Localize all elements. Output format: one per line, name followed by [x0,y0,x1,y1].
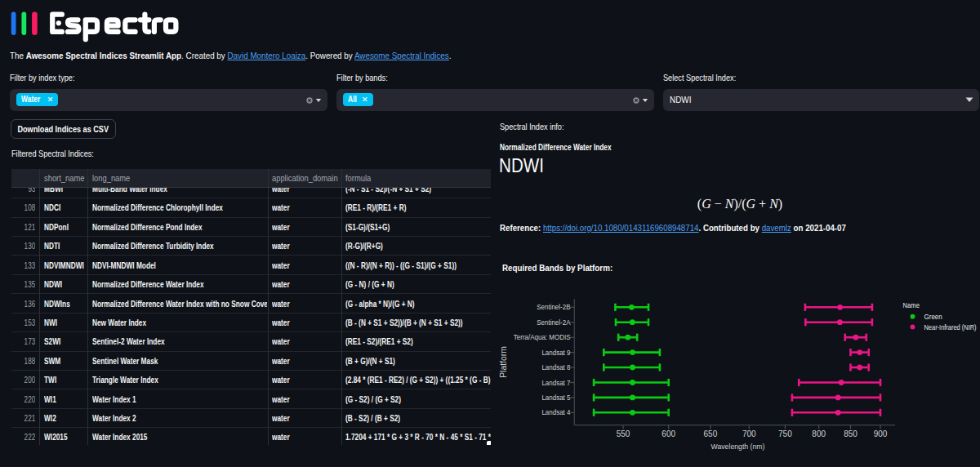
svg-text:Terra/Aqua: MODIS: Terra/Aqua: MODIS [514,333,571,342]
svg-text:Wavelength (nm): Wavelength (nm) [711,443,765,451]
svg-text:700: 700 [742,429,756,438]
svg-text:Landsat 9: Landsat 9 [541,348,570,357]
svg-text:Near-Infrared (NIR): Near-Infrared (NIR) [924,322,976,331]
svg-text:Sentinel-2A: Sentinel-2A [537,318,571,327]
svg-text:Landsat 8: Landsat 8 [541,363,570,372]
svg-text:Name: Name [903,301,920,310]
svg-text:600: 600 [662,429,675,438]
svg-text:850: 850 [844,429,858,438]
svg-text:900: 900 [874,429,888,438]
svg-text:Sentinel-2B: Sentinel-2B [537,303,571,312]
svg-text:Green: Green [924,312,942,321]
svg-text:Platform: Platform [499,346,508,378]
svg-text:Landsat 7: Landsat 7 [541,378,570,387]
svg-text:650: 650 [704,429,718,438]
svg-text:800: 800 [812,429,826,438]
svg-text:Landsat 5: Landsat 5 [541,393,570,402]
svg-text:550: 550 [617,429,630,438]
svg-text:Landsat 4: Landsat 4 [541,408,570,417]
svg-text:750: 750 [778,429,792,438]
